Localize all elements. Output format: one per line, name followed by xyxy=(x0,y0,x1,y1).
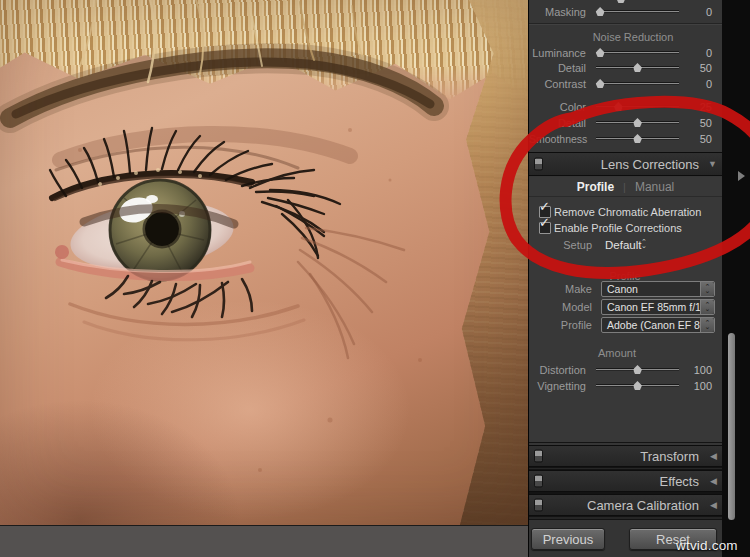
checkbox-label[interactable]: Remove Chromatic Aberration xyxy=(554,206,701,218)
make-dropdown-row: Make Canon ⌃ ⌄ xyxy=(529,282,722,298)
slider-thumb[interactable] xyxy=(633,381,642,390)
luminance-slider-row: Luminance 0 xyxy=(529,45,722,60)
chevron-down-icon[interactable]: ▼ xyxy=(708,159,717,169)
panel-title: Transform xyxy=(640,449,699,464)
profile-dropdown-row: Profile Adobe (Canon EF 85... ⌃ ⌄ xyxy=(529,318,722,334)
tab-manual[interactable]: Manual xyxy=(635,180,674,194)
distortion-slider-row: Distortion 100 xyxy=(529,362,722,377)
group-divider xyxy=(529,23,722,24)
model-dropdown[interactable]: Canon EF 85mm f/1.... ⌃ ⌄ xyxy=(601,299,715,315)
chevron-down-icon: ⌄ xyxy=(705,307,711,311)
lightroom-develop-window: Masking 0 Noise Reduction Luminance 0 De… xyxy=(0,0,750,557)
smoothness-slider[interactable] xyxy=(596,134,679,143)
slider-track[interactable] xyxy=(596,106,679,107)
panel-edge-strip xyxy=(722,0,750,557)
color-detail-slider-row: Detail 50 xyxy=(529,115,722,130)
enable-profile-corrections-row: ✓ Enable Profile Corrections xyxy=(529,220,722,235)
slider-label: Luminance xyxy=(529,47,586,59)
smoothness-slider-row: Smoothness 50 xyxy=(529,131,722,146)
slider-thumb[interactable] xyxy=(633,63,642,72)
dropdown-value: Canon EF 85mm f/1.... xyxy=(602,301,700,313)
slider-value: 0 xyxy=(679,47,712,59)
stepper-icon[interactable]: ⌃ ⌄ xyxy=(700,282,714,296)
stepper-icon[interactable]: ⌃ ⌄ xyxy=(700,318,714,332)
contrast-slider-row: Contrast 0 xyxy=(529,76,722,91)
slider-thumb[interactable] xyxy=(596,48,605,57)
slider-thumb[interactable] xyxy=(596,7,605,16)
toolbar-background-strip xyxy=(0,525,528,557)
slider-label: Vignetting xyxy=(529,380,586,392)
chevron-left-icon[interactable]: ◀ xyxy=(710,476,717,486)
slider-thumb[interactable] xyxy=(633,134,642,143)
chevron-down-icon: ⌄ xyxy=(705,289,711,293)
photo-vignette xyxy=(0,0,528,525)
slider-track[interactable] xyxy=(596,83,679,84)
masking-slider-row: Masking 0 xyxy=(529,4,722,19)
distortion-slider[interactable] xyxy=(596,365,679,374)
nr-detail-slider-row: Detail 50 xyxy=(529,60,722,75)
setup-dropdown[interactable]: Default xyxy=(605,239,641,251)
slider-thumb[interactable] xyxy=(633,365,642,374)
panel-title: Effects xyxy=(659,474,699,489)
slider-value: 25 xyxy=(679,101,712,113)
camera-calibration-panel-header[interactable]: Camera Calibration ◀ xyxy=(529,494,722,516)
slider-value: 100 xyxy=(679,364,712,376)
effects-panel-header[interactable]: Effects ◀ xyxy=(529,470,722,492)
slider-track[interactable] xyxy=(596,52,679,53)
previous-button[interactable]: Previous xyxy=(531,528,605,550)
color-slider-row: Color 25 xyxy=(529,99,722,114)
dropdown-value: Adobe (Canon EF 85... xyxy=(602,319,700,331)
nr-detail-slider[interactable] xyxy=(596,63,679,72)
transform-panel-header[interactable]: Transform ◀ xyxy=(529,445,722,467)
slider-thumb[interactable] xyxy=(633,118,642,127)
panel-toggle-icon[interactable] xyxy=(534,499,543,512)
slider-value: 50 xyxy=(679,62,712,74)
contrast-slider[interactable] xyxy=(596,79,679,88)
tab-separator: | xyxy=(623,181,626,193)
lens-corrections-content: Profile | Manual ✓ Remove Chromatic Aber… xyxy=(529,177,722,443)
chevron-down-icon: ⌄ xyxy=(705,325,711,329)
slider-thumb[interactable] xyxy=(614,102,623,111)
slider-label: Contrast xyxy=(529,78,586,90)
lens-mode-tabs: Profile | Manual xyxy=(529,177,722,197)
stepper-icon[interactable]: ⌃ ⌄ xyxy=(700,300,714,314)
panel-collapse-arrow-icon[interactable] xyxy=(738,171,745,181)
color-slider[interactable] xyxy=(596,102,679,111)
checkmark-icon: ✓ xyxy=(539,215,550,230)
panel-toggle-icon[interactable] xyxy=(534,475,543,488)
masking-slider[interactable] xyxy=(596,7,679,16)
luminance-slider[interactable] xyxy=(596,48,679,57)
panel-toggle-icon[interactable] xyxy=(534,158,543,171)
slider-track[interactable] xyxy=(596,11,679,12)
dropdown-label: Model xyxy=(529,301,592,313)
dropdown-value: Canon xyxy=(602,283,700,295)
slider-label: Color xyxy=(529,101,586,113)
chevron-left-icon[interactable]: ◀ xyxy=(710,500,717,510)
slider-value: 0 xyxy=(679,78,712,90)
dropdown-label: Make xyxy=(529,283,592,295)
setup-label: Setup xyxy=(529,239,592,251)
checkmark-icon: ✓ xyxy=(539,199,550,214)
vertical-scrollbar[interactable] xyxy=(728,333,735,520)
dropdown-label: Profile xyxy=(529,319,592,331)
make-dropdown[interactable]: Canon ⌃ ⌄ xyxy=(601,281,715,297)
checkbox-label[interactable]: Enable Profile Corrections xyxy=(554,222,682,234)
model-dropdown-row: Model Canon EF 85mm f/1.... ⌃ ⌄ xyxy=(529,300,722,316)
panel-title: Lens Corrections xyxy=(601,157,699,172)
panel-title: Camera Calibration xyxy=(587,498,699,513)
stepper-icon[interactable]: ⌃ ⌄ xyxy=(641,240,647,248)
color-detail-slider[interactable] xyxy=(596,118,679,127)
slider-thumb[interactable] xyxy=(596,79,605,88)
profile-dropdown[interactable]: Adobe (Canon EF 85... ⌃ ⌄ xyxy=(601,317,715,333)
tab-profile[interactable]: Profile xyxy=(577,180,614,194)
vignetting-slider[interactable] xyxy=(596,381,679,390)
slider-value: 0 xyxy=(679,6,712,18)
slider-value: 50 xyxy=(679,133,712,145)
photo-canvas-eye-closeup[interactable] xyxy=(0,0,528,525)
slider-label: Detail xyxy=(529,62,586,74)
slider-label: Masking xyxy=(529,6,586,18)
panel-toggle-icon[interactable] xyxy=(534,450,543,463)
chevron-left-icon[interactable]: ◀ xyxy=(710,451,717,461)
amount-title: Amount xyxy=(557,347,677,359)
lens-corrections-header[interactable]: Lens Corrections ▼ xyxy=(529,152,722,176)
